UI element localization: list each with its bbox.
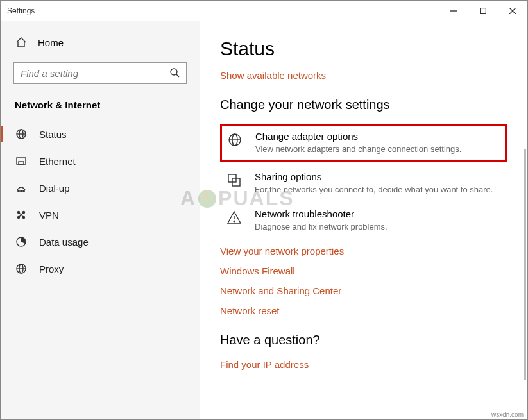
dialup-icon xyxy=(15,182,28,194)
sidebar-item-ethernet[interactable]: Ethernet xyxy=(1,147,200,174)
sidebar-item-status[interactable]: Status xyxy=(1,121,200,147)
sidebar: Home Network & Internet Status Ethernet xyxy=(1,21,200,420)
link-find-ip[interactable]: Find your IP address xyxy=(220,359,507,370)
link-windows-firewall[interactable]: Windows Firewall xyxy=(220,265,507,276)
home-nav[interactable]: Home xyxy=(1,30,200,57)
svg-point-30 xyxy=(234,221,235,222)
option-text: Change adapter options View network adap… xyxy=(255,131,461,154)
link-network-properties[interactable]: View your network properties xyxy=(220,246,507,256)
svg-point-4 xyxy=(171,69,177,75)
minimize-button[interactable] xyxy=(439,1,468,21)
sidebar-category: Network & Internet xyxy=(1,96,200,121)
svg-point-11 xyxy=(18,190,19,192)
vpn-icon xyxy=(15,209,28,221)
link-sharing-center[interactable]: Network and Sharing Center xyxy=(220,285,507,296)
scrollbar[interactable] xyxy=(524,149,526,380)
link-show-networks[interactable]: Show available networks xyxy=(220,70,507,81)
option-text: Sharing options For the networks you con… xyxy=(255,171,493,194)
link-network-reset[interactable]: Network reset xyxy=(220,305,507,316)
home-label: Home xyxy=(38,37,64,48)
home-icon xyxy=(15,37,28,48)
content-panel: Status Show available networks Change yo… xyxy=(200,21,527,420)
svg-point-13 xyxy=(23,190,24,192)
main-area: Home Network & Internet Status Ethernet xyxy=(1,21,527,420)
option-sharing[interactable]: Sharing options For the networks you con… xyxy=(220,165,507,202)
option-change-adapter[interactable]: Change adapter options View network adap… xyxy=(220,124,507,162)
sidebar-item-proxy[interactable]: Proxy xyxy=(1,255,200,282)
option-title: Change adapter options xyxy=(255,131,461,142)
window-controls xyxy=(439,1,527,21)
sidebar-item-label: Ethernet xyxy=(39,156,76,167)
search-icon xyxy=(169,67,180,80)
option-desc: Diagnose and fix network problems. xyxy=(255,222,387,231)
page-title: Status xyxy=(220,38,507,60)
option-title: Network troubleshooter xyxy=(255,208,387,219)
adapter-icon xyxy=(226,131,244,147)
ethernet-icon xyxy=(15,155,28,167)
sidebar-item-label: Proxy xyxy=(39,264,64,274)
option-text: Network troubleshooter Diagnose and fix … xyxy=(255,208,387,231)
footer-note: wsxdn.com xyxy=(491,411,524,418)
option-troubleshooter[interactable]: Network troubleshooter Diagnose and fix … xyxy=(220,202,507,239)
svg-rect-1 xyxy=(481,8,486,14)
search-input[interactable] xyxy=(21,68,169,79)
sidebar-item-label: Status xyxy=(39,129,67,140)
warning-icon xyxy=(225,208,243,225)
svg-rect-9 xyxy=(17,158,26,164)
option-desc: For the networks you connect to, decide … xyxy=(255,185,493,194)
sidebar-item-vpn[interactable]: VPN xyxy=(1,201,200,228)
section-heading-question: Have a question? xyxy=(220,333,507,348)
titlebar: Settings xyxy=(1,1,527,21)
option-desc: View network adapters and change connect… xyxy=(255,144,461,154)
svg-point-12 xyxy=(21,190,22,192)
svg-line-5 xyxy=(176,74,179,77)
data-usage-icon xyxy=(15,236,28,248)
sidebar-item-label: VPN xyxy=(39,210,59,221)
option-title: Sharing options xyxy=(255,171,493,182)
window-title: Settings xyxy=(7,6,35,15)
sidebar-item-datausage[interactable]: Data usage xyxy=(1,228,200,255)
search-box[interactable] xyxy=(13,62,187,84)
sidebar-item-label: Data usage xyxy=(39,237,89,248)
proxy-icon xyxy=(15,263,28,274)
svg-rect-10 xyxy=(19,162,24,164)
sidebar-item-dialup[interactable]: Dial-up xyxy=(1,174,200,201)
section-heading-change: Change your network settings xyxy=(220,97,507,112)
maximize-button[interactable] xyxy=(468,1,498,21)
globe-icon xyxy=(15,128,28,140)
close-button[interactable] xyxy=(498,1,527,21)
sidebar-item-label: Dial-up xyxy=(39,183,70,194)
sharing-icon xyxy=(225,171,243,188)
